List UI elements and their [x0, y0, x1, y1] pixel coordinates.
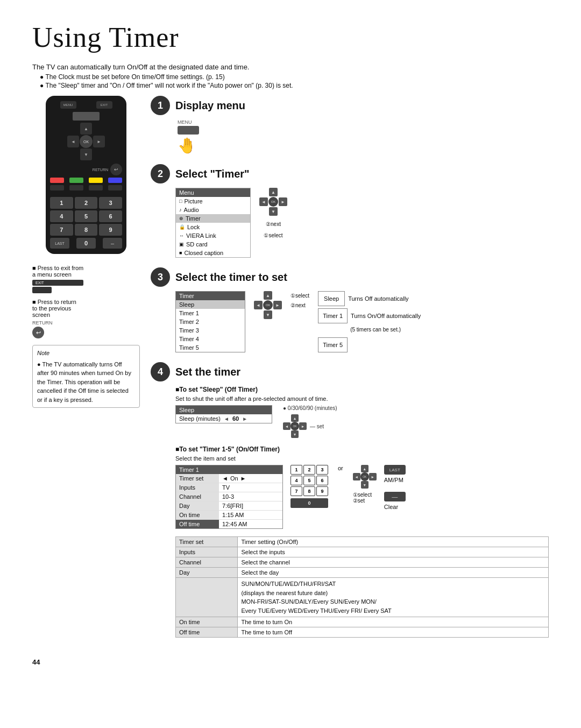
or-text: or: [336, 465, 345, 471]
ref-timer-set-label: Timer set: [176, 537, 238, 547]
timer-note: (5 timers can be set.): [350, 324, 421, 335]
ref-day-options-label: [176, 578, 238, 617]
return-icon: ↩: [32, 327, 44, 338]
ref-offtime-desc: The time to turn Off: [238, 627, 549, 638]
intro-bullet-2: The "Sleep" timer and "On / Off timer" w…: [40, 82, 549, 89]
ref-channel-desc: Select the channel: [238, 557, 549, 568]
ref-inputs-desc: Select the inputs: [238, 547, 549, 557]
exit-note-text: ■ Press to exit froma menu screen: [32, 265, 83, 278]
timer-select-menu: Timer Sleep Timer 1 Timer 2 Timer 3 Time…: [175, 291, 245, 352]
timer15-dpad: ▲ ▼ ◄ ► OK: [353, 465, 377, 489]
ref-channel-label: Channel: [176, 557, 238, 568]
step4-circle: 4: [151, 362, 170, 381]
return-button: ↩: [110, 164, 122, 175]
ref-ontime-desc: The time to turn On: [238, 617, 549, 627]
dash-btn-illustration: —: [384, 492, 406, 501]
menu-label: MENU: [178, 119, 192, 125]
am-pm-area: LAST AM/PM — Clear: [384, 465, 406, 510]
timer-set-screen: Timer 1 Timer set ◄On► Inputs TV Channel: [175, 465, 283, 529]
last-button: LAST: [50, 238, 69, 249]
step3-annotations: ①select ②next: [290, 291, 309, 310]
page-number: 44: [32, 658, 549, 666]
note-text: ● The TV automatically turns Off after 9…: [37, 360, 135, 405]
step3-circle: 3: [151, 267, 170, 287]
sleep-section-title: ■To set "Sleep" (Off Timer): [175, 386, 549, 393]
sleep-and-nav: Sleep Sleep (minutes) ◄ 60 ► ● 0/30/60/9…: [175, 405, 549, 438]
exit-box: EXIT: [32, 280, 83, 286]
timer1-label-box: Timer 1: [318, 308, 348, 323]
minutes-annotation: ● 0/30/60/90 (minutes): [283, 405, 337, 411]
set-annotation: — set: [310, 423, 324, 429]
remote-illustration: MENU EXIT ▲ ▼ ◄ ► OK RETURN ↩: [46, 96, 126, 254]
numpad-area: 1 2 3 4 5 6 7 8 9: [50, 197, 122, 236]
numpad-zero: 0: [290, 498, 328, 508]
dash-button: –: [103, 238, 122, 249]
sleep-label-box: Sleep: [318, 291, 345, 306]
step1-block: 1 Display menu MENU 🤚: [151, 96, 549, 154]
zero-button: 0: [76, 238, 96, 249]
sleep-value: 60: [232, 415, 239, 422]
ref-offtime-label: Off time: [176, 627, 238, 638]
timer15-section-desc: Select the item and set: [175, 455, 549, 462]
ref-day-options-desc: SUN/MON/TUE/WED/THU/FRI/SAT (displays th…: [238, 578, 549, 617]
menu-icon-illustration: MENU 🤚: [178, 119, 549, 154]
menu-hand-icon: 🤚: [178, 137, 196, 154]
sleep-arrow-left: ◄: [224, 416, 229, 422]
step4-title: Set the timer: [175, 362, 240, 381]
step3-content: Timer Sleep Timer 1 Timer 2 Timer 3 Time…: [175, 291, 549, 352]
page-title: Using Timer: [32, 22, 549, 53]
ref-ontime-label: On time: [176, 617, 238, 627]
exit-button: EXIT: [96, 101, 112, 109]
sleep-arrow-right: ►: [242, 416, 247, 422]
step3-block: 3 Select the timer to set Timer Sleep Ti…: [151, 267, 549, 352]
step1-circle: 1: [151, 96, 170, 115]
step2-title: Select "Timer": [175, 164, 250, 183]
timer1-desc: Turns On/Off automatically: [351, 310, 421, 322]
step2-dpad: ▲ ▼ ◄ ► OK: [259, 188, 287, 216]
timer15-section-title: ■To set "Timer 1-5" (On/Off Timer): [175, 446, 549, 453]
step2-block: 2 Select "Timer" Menu □ Picture ♪ Audio …: [151, 164, 549, 258]
sleep-screen: Sleep Sleep (minutes) ◄ 60 ►: [175, 405, 272, 423]
step4-block: 4 Set the timer ■To set "Sleep" (Off Tim…: [151, 362, 549, 638]
reference-table: Timer set Timer setting (On/Off) Inputs …: [175, 536, 549, 638]
step2-annotation-next: ②next: [266, 221, 281, 227]
timer5-label-box: Timer 5: [318, 337, 348, 352]
step2-menu: Menu □ Picture ♪ Audio ⊕ Timer 🔒 Lock ↔ …: [175, 188, 251, 258]
menu-button: MENU: [60, 101, 76, 109]
ref-timer-set-desc: Timer setting (On/Off): [238, 537, 549, 547]
sleep-sub-section: ■To set "Sleep" (Off Timer) Set to shut …: [175, 386, 549, 438]
left-column: MENU EXIT ▲ ▼ ◄ ► OK RETURN ↩: [32, 96, 140, 647]
step1-title: Display menu: [175, 96, 245, 115]
timer15-content-row: Timer 1 Timer set ◄On► Inputs TV Channel: [175, 465, 549, 529]
step3-dpad: ▲ ▼ ◄ ► OK: [254, 291, 282, 319]
timer15-annotations: ①select ②set: [353, 492, 372, 504]
step2-annotation-select: ①select: [264, 232, 282, 238]
sleep-dpad: ▲ ▼ ◄ ► OK: [283, 414, 307, 438]
remote-notes: ■ Press to exit froma menu screen EXIT ■…: [32, 265, 140, 408]
sleep-desc: Turns Off automatically: [348, 293, 409, 305]
intro-main: The TV can automatically turn On/Off at …: [32, 63, 549, 71]
return-note-text: ■ Press to returnto the previousscreen: [32, 299, 76, 318]
note-box: Note ● The TV automatically turns Off af…: [32, 345, 140, 408]
right-column: 1 Display menu MENU 🤚 2 Select "Timer" M…: [151, 96, 549, 647]
step4-content: ■To set "Sleep" (Off Timer) Set to shut …: [175, 386, 549, 638]
last-btn-illustration: LAST: [384, 465, 406, 475]
timer-set-screen-title: Timer 1: [176, 465, 282, 474]
ref-day-label: Day: [176, 568, 238, 578]
numpad-illustration: 1 2 3 4 5 6 7 8 9: [290, 465, 328, 496]
sleep-screen-title: Sleep: [176, 406, 272, 414]
ref-inputs-label: Inputs: [176, 547, 238, 557]
step2-circle: 2: [151, 164, 170, 183]
timer15-sub-section: ■To set "Timer 1-5" (On/Off Timer) Selec…: [175, 446, 549, 529]
ref-day-desc: Select the day: [238, 568, 549, 578]
step3-title: Select the timer to set: [175, 267, 287, 287]
step3-descriptions: Sleep Turns Off automatically Timer 1 Tu…: [318, 291, 421, 352]
step2-content: Menu □ Picture ♪ Audio ⊕ Timer 🔒 Lock ↔ …: [175, 188, 549, 258]
sleep-minutes-label: Sleep (minutes): [179, 415, 221, 422]
sleep-section-desc: Set to shut the unit off after a pre-sel…: [175, 395, 549, 402]
intro-bullet-1: The Clock must be set before On time/Off…: [40, 73, 549, 81]
dpad: ▲ ▼ ◄ ► OK: [67, 123, 105, 160]
